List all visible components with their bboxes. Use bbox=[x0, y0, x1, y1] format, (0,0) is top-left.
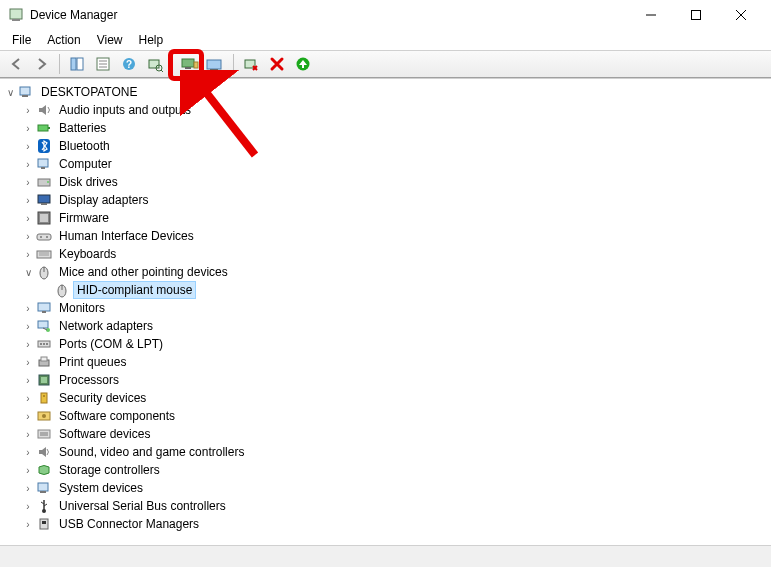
tree-root[interactable]: ∨DESKTOPATONE bbox=[0, 83, 771, 101]
expander-icon[interactable]: › bbox=[22, 321, 34, 332]
expander-icon[interactable]: › bbox=[22, 195, 34, 206]
expander-icon[interactable]: › bbox=[22, 159, 34, 170]
tree-category[interactable]: ›Batteries bbox=[0, 119, 771, 137]
tree-category[interactable]: ›Security devices bbox=[0, 389, 771, 407]
svg-point-40 bbox=[46, 236, 48, 238]
show-hide-tree-button[interactable] bbox=[65, 53, 89, 75]
properties-button[interactable] bbox=[91, 53, 115, 75]
minimize-button[interactable] bbox=[628, 0, 673, 30]
tree-category[interactable]: ›Bluetooth bbox=[0, 137, 771, 155]
cpu-icon bbox=[36, 372, 52, 388]
close-button[interactable] bbox=[718, 0, 763, 30]
expander-icon[interactable]: › bbox=[22, 429, 34, 440]
battery-icon bbox=[36, 120, 52, 136]
tree-node-label: Display adapters bbox=[56, 192, 151, 208]
tree-category[interactable]: ›Computer bbox=[0, 155, 771, 173]
menu-view[interactable]: View bbox=[89, 31, 131, 49]
svg-rect-67 bbox=[38, 483, 48, 491]
expander-icon[interactable]: › bbox=[22, 411, 34, 422]
svg-rect-21 bbox=[210, 69, 218, 71]
tree-node-label: Ports (COM & LPT) bbox=[56, 336, 166, 352]
tree-device[interactable]: HID-compliant mouse bbox=[0, 281, 771, 299]
expander-icon[interactable]: › bbox=[22, 519, 34, 530]
expander-icon[interactable]: › bbox=[22, 357, 34, 368]
mouse-icon bbox=[36, 264, 52, 280]
tree-category[interactable]: ›Processors bbox=[0, 371, 771, 389]
tree-category[interactable]: ›Display adapters bbox=[0, 191, 771, 209]
svg-point-55 bbox=[43, 343, 45, 345]
tree-category[interactable]: ›System devices bbox=[0, 479, 771, 497]
expander-icon[interactable]: › bbox=[22, 501, 34, 512]
tree-node-label: Mice and other pointing devices bbox=[56, 264, 231, 280]
security-icon bbox=[36, 390, 52, 406]
svg-point-56 bbox=[46, 343, 48, 345]
expander-icon[interactable]: › bbox=[22, 483, 34, 494]
tree-category[interactable]: ›Network adapters bbox=[0, 317, 771, 335]
expander-icon[interactable]: › bbox=[22, 303, 34, 314]
svg-rect-0 bbox=[10, 9, 22, 19]
forward-button[interactable] bbox=[30, 53, 54, 75]
svg-rect-50 bbox=[38, 321, 48, 328]
tree-node-label: Storage controllers bbox=[56, 462, 163, 478]
svg-rect-1 bbox=[12, 19, 20, 21]
tree-node-label: Print queues bbox=[56, 354, 129, 370]
remove-device-button[interactable] bbox=[265, 53, 289, 75]
tree-category[interactable]: ›Audio inputs and outputs bbox=[0, 101, 771, 119]
tree-category[interactable]: ›Firmware bbox=[0, 209, 771, 227]
expander-icon[interactable]: ∨ bbox=[22, 267, 34, 278]
tree-category[interactable]: ›Software components bbox=[0, 407, 771, 425]
tree-category[interactable]: ›Disk drives bbox=[0, 173, 771, 191]
back-button[interactable] bbox=[4, 53, 28, 75]
mouse-icon bbox=[54, 282, 70, 298]
display-icon bbox=[36, 192, 52, 208]
device-tree[interactable]: ∨DESKTOPATONE›Audio inputs and outputs›B… bbox=[0, 78, 771, 543]
tree-category[interactable]: ›Sound, video and game controllers bbox=[0, 443, 771, 461]
expander-icon[interactable] bbox=[40, 285, 52, 296]
tree-category[interactable]: ›USB Connector Managers bbox=[0, 515, 771, 533]
tree-category[interactable]: ›Storage controllers bbox=[0, 461, 771, 479]
tree-category[interactable]: ›Software devices bbox=[0, 425, 771, 443]
disable-device-button[interactable] bbox=[239, 53, 263, 75]
expander-icon[interactable]: › bbox=[22, 231, 34, 242]
tree-category[interactable]: ›Monitors bbox=[0, 299, 771, 317]
expander-icon[interactable]: › bbox=[22, 447, 34, 458]
svg-rect-38 bbox=[37, 234, 51, 240]
maximize-button[interactable] bbox=[673, 0, 718, 30]
swdev-icon bbox=[36, 426, 52, 442]
tree-category[interactable]: ›Keyboards bbox=[0, 245, 771, 263]
bluetooth-icon bbox=[36, 138, 52, 154]
expander-icon[interactable]: › bbox=[22, 177, 34, 188]
svg-point-69 bbox=[42, 509, 46, 513]
expander-icon[interactable]: › bbox=[22, 141, 34, 152]
tree-category[interactable]: ∨Mice and other pointing devices bbox=[0, 263, 771, 281]
expander-icon[interactable]: › bbox=[22, 249, 34, 260]
expander-icon[interactable]: › bbox=[22, 123, 34, 134]
help-button[interactable]: ? bbox=[117, 53, 141, 75]
svg-line-16 bbox=[161, 70, 163, 72]
uninstall-device-button[interactable] bbox=[204, 53, 228, 75]
menu-file[interactable]: File bbox=[4, 31, 39, 49]
tree-category[interactable]: ›Universal Serial Bus controllers bbox=[0, 497, 771, 515]
svg-rect-19 bbox=[194, 62, 198, 68]
disk-icon bbox=[36, 174, 52, 190]
expander-icon[interactable]: › bbox=[22, 339, 34, 350]
scan-hardware-button[interactable] bbox=[143, 53, 167, 75]
tree-category[interactable]: ›Ports (COM & LPT) bbox=[0, 335, 771, 353]
tree-category[interactable]: ›Print queues bbox=[0, 353, 771, 371]
svg-rect-26 bbox=[22, 95, 28, 97]
expander-icon[interactable]: › bbox=[22, 105, 34, 116]
expander-icon[interactable]: ∨ bbox=[4, 87, 16, 98]
tree-category[interactable]: ›Human Interface Devices bbox=[0, 227, 771, 245]
expander-icon[interactable]: › bbox=[22, 465, 34, 476]
port-icon bbox=[36, 336, 52, 352]
svg-rect-3 bbox=[691, 11, 700, 20]
menu-action[interactable]: Action bbox=[39, 31, 88, 49]
update-driver-button[interactable] bbox=[178, 53, 202, 75]
svg-text:?: ? bbox=[126, 59, 132, 70]
pc-icon bbox=[18, 84, 34, 100]
expander-icon[interactable]: › bbox=[22, 375, 34, 386]
expander-icon[interactable]: › bbox=[22, 393, 34, 404]
expander-icon[interactable]: › bbox=[22, 213, 34, 224]
add-legacy-hardware-button[interactable] bbox=[291, 53, 315, 75]
menu-help[interactable]: Help bbox=[131, 31, 172, 49]
